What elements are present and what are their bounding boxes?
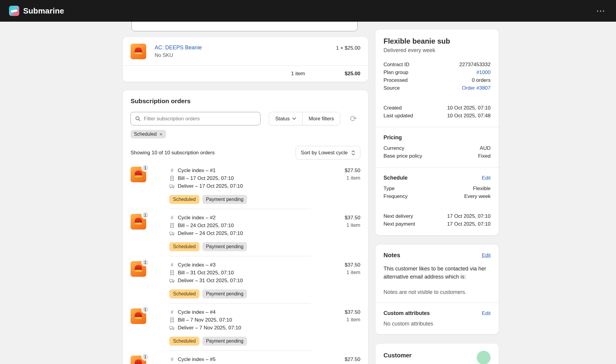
bill-date-text: Bill – 24 Oct 2025, 07:10	[178, 223, 234, 229]
order-price: $37.50	[345, 261, 360, 269]
refresh-icon: ⟳	[350, 114, 357, 123]
summary-total: $25.00	[345, 71, 360, 77]
kv-row: Plan group#1000	[383, 69, 491, 76]
bill-receipt-icon	[169, 317, 175, 323]
cut-off-input[interactable]	[131, 22, 358, 31]
more-menu-icon[interactable]: ⋯	[594, 6, 607, 15]
customer-heading: Customer	[383, 352, 411, 359]
deliver-truck-icon	[169, 231, 175, 236]
next-dates-list: Next delivery17 Oct 2025, 07:10 Next pay…	[383, 212, 491, 228]
deliver-truck-icon	[169, 279, 175, 283]
payment-status-badge: Payment pending	[202, 289, 247, 298]
kv-row: Base price policyFixed	[383, 152, 491, 160]
deliver-date-text: Deliver – 7 Nov 2025, 07:10	[178, 325, 241, 331]
deliver-truck-icon	[169, 326, 175, 330]
bill-receipt-icon	[169, 223, 175, 228]
subscription-order-row[interactable]: 1 #Cycle index – #1 Bill – 17 Oct 2025, …	[123, 162, 368, 209]
order-badges: Scheduled Payment pending	[169, 337, 360, 346]
status-badge: Scheduled	[169, 242, 199, 251]
bill-date-text: Bill – 7 Nov 2025, 07:10	[178, 317, 232, 323]
kv-row: Last updated10 Oct 2025, 07:48	[383, 112, 491, 120]
order-badges: Scheduled Payment pending	[169, 242, 360, 251]
page-content: AC: DEEPS Beanie No SKU 1 × $25.00 1 ite…	[0, 22, 616, 364]
notes-body: This customer likes to be contacted via …	[383, 265, 491, 281]
product-info: AC: DEEPS Beanie No SKU	[155, 44, 336, 59]
product-sku: No SKU	[155, 51, 336, 59]
kv-row: TypeFlexible	[383, 185, 491, 193]
product-title-link[interactable]: AC: DEEPS Beanie	[155, 44, 202, 51]
sort-select[interactable]: Sort by Lowest cycle	[296, 146, 360, 159]
order-thumbnail-wrap: 1	[131, 308, 146, 324]
order-item-count: 1 item	[345, 174, 360, 182]
active-filters-row: Scheduled ✕	[131, 130, 360, 138]
order-thumbnail-wrap: 1	[131, 167, 146, 182]
notes-heading: Notes	[383, 252, 400, 259]
search-box	[131, 112, 260, 125]
custom-attributes-empty: No custom attributes	[383, 321, 491, 327]
item-count-badge: 1	[141, 306, 149, 313]
status-filter-button[interactable]: Status	[269, 112, 302, 125]
contract-title: Flexible beanie sub	[383, 37, 491, 46]
more-filters-button[interactable]: More filters	[302, 112, 340, 125]
search-icon	[135, 116, 141, 122]
schedule-heading: Schedule	[383, 175, 408, 181]
subscription-order-row[interactable]: 1 #Cycle index – #5 $27.50	[123, 351, 368, 364]
kv-row: CurrencyAUD	[383, 144, 491, 152]
item-count-badge: 1	[141, 353, 149, 361]
order-item-count: 1 item	[345, 222, 360, 229]
customer-card: Customer	[375, 344, 499, 364]
deliver-date-text: Deliver – 17 Oct 2025, 07:10	[178, 183, 243, 189]
main-column: AC: DEEPS Beanie No SKU 1 × $25.00 1 ite…	[123, 22, 368, 364]
item-count-badge: 1	[141, 258, 149, 266]
order-badges: Scheduled Payment pending	[169, 195, 360, 204]
customer-avatar	[477, 351, 491, 364]
subscription-order-row[interactable]: 1 #Cycle index – #4 Bill – 7 Nov 2025, 0…	[123, 304, 368, 351]
deliver-date-text: Deliver – 24 Oct 2025, 07:10	[178, 230, 243, 236]
item-count-badge: 1	[141, 211, 149, 219]
bill-date-text: Bill – 31 Oct 2025, 07:10	[178, 270, 234, 276]
filter-orders-input[interactable]	[144, 116, 256, 122]
top-bar: Submarine ⋯	[0, 0, 616, 22]
cycle-index-icon: #	[169, 357, 175, 362]
contract-dates-list: Created10 Oct 2025, 07:10 Last updated10…	[383, 104, 491, 120]
contract-subtitle: Delivered every week	[383, 47, 491, 54]
scheduled-filter-chip[interactable]: Scheduled ✕	[131, 130, 166, 138]
edit-notes-link[interactable]: Edit	[482, 252, 491, 258]
refresh-button[interactable]: ⟳	[346, 112, 360, 125]
contract-info-list: Contract ID22737453332 Plan group#1000 P…	[383, 61, 491, 92]
source-order-link[interactable]: Order #3807	[462, 84, 491, 92]
order-thumbnail-wrap: 1	[131, 214, 146, 230]
subscription-order-list: 1 #Cycle index – #1 Bill – 17 Oct 2025, …	[123, 162, 368, 364]
edit-custom-attributes-link[interactable]: Edit	[482, 310, 491, 316]
kv-row: SourceOrder #3807	[383, 84, 491, 92]
subscription-order-row[interactable]: 1 #Cycle index – #2 Bill – 24 Oct 2025, …	[123, 209, 368, 256]
remove-filter-icon[interactable]: ✕	[159, 132, 163, 137]
kv-row: Next payment17 Oct 2025, 07:10	[383, 220, 491, 228]
notes-visibility-note: Notes are not visible to customers.	[383, 289, 491, 295]
order-price: $37.50	[345, 308, 360, 316]
order-item-count: 1 item	[345, 316, 360, 323]
status-badge: Scheduled	[169, 289, 199, 298]
line-item-row: AC: DEEPS Beanie No SKU 1 × $25.00	[123, 37, 368, 65]
cycle-index-icon: #	[169, 262, 175, 268]
order-price: $37.50	[345, 214, 360, 222]
summary-item-count: 1 item	[291, 71, 305, 77]
schedule-list: TypeFlexible FrequencyEvery week	[383, 185, 491, 200]
submarine-logo-icon	[9, 6, 19, 16]
app-brand: Submarine	[9, 6, 64, 16]
cycle-index-text: Cycle index – #3	[178, 262, 216, 268]
payment-status-badge: Payment pending	[202, 242, 247, 251]
line-items-card: AC: DEEPS Beanie No SKU 1 × $25.00 1 ite…	[123, 37, 368, 82]
cycle-index-icon: #	[169, 215, 175, 221]
subscription-orders-card: Subscription orders Status	[123, 90, 368, 364]
order-thumbnail-wrap: 1	[131, 261, 146, 277]
subscription-order-row[interactable]: 1 #Cycle index – #3 Bill – 31 Oct 2025, …	[123, 256, 368, 304]
cycle-index-text: Cycle index – #4	[178, 309, 216, 315]
status-badge: Scheduled	[169, 195, 199, 204]
order-badges: Scheduled Payment pending	[169, 289, 360, 298]
edit-schedule-link[interactable]: Edit	[482, 175, 491, 181]
bill-date-text: Bill – 17 Oct 2025, 07:10	[178, 175, 234, 181]
showing-count-text: Showing 10 of 10 subscription orders	[131, 150, 215, 156]
plan-group-link[interactable]: #1000	[476, 69, 491, 76]
notes-card: Notes Edit This customer likes to be con…	[375, 245, 499, 334]
